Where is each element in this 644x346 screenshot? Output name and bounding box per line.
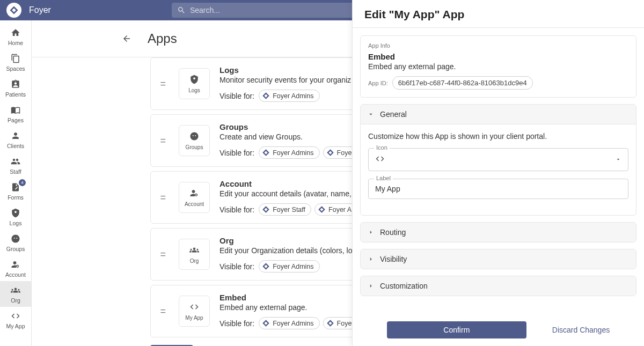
discard-button[interactable]: Discard Changes xyxy=(552,326,610,334)
app-icon-box: Account xyxy=(179,182,210,213)
section-general-toggle[interactable]: General xyxy=(361,105,636,124)
app-info-name: Embed xyxy=(368,52,628,61)
sidebar-item-label: Logs xyxy=(10,220,22,226)
sidebar-item-org[interactable]: Org xyxy=(0,281,31,307)
panel-title: Edit "My App" App xyxy=(353,0,644,28)
section-visibility-label: Visibility xyxy=(380,255,407,263)
sidebar-item-label: Forms xyxy=(8,194,24,201)
app-icon-box: Groups xyxy=(179,125,210,156)
visibility-chip[interactable]: Foyer Admins xyxy=(259,90,319,102)
label-field[interactable]: Label xyxy=(368,179,628,199)
section-general-body: Customize how this App is shown in your … xyxy=(361,124,636,215)
sidebar-item-label: My App xyxy=(6,323,25,329)
code-icon xyxy=(11,311,20,321)
home-icon xyxy=(11,28,20,38)
diamond-icon xyxy=(318,205,326,214)
app-icon-box: Logs xyxy=(179,68,210,99)
section-visibility-toggle[interactable]: Visibility xyxy=(361,249,636,269)
person-gear-icon xyxy=(11,260,20,269)
drag-handle-icon[interactable]: = xyxy=(160,79,166,89)
app-icon-label: Account xyxy=(185,201,204,207)
visible-for-label: Visible for: xyxy=(219,205,254,214)
section-visibility: Visibility xyxy=(360,249,636,269)
drag-handle-icon[interactable]: = xyxy=(160,136,166,145)
visibility-chip[interactable]: Foyer Admins xyxy=(259,260,319,273)
sidebar-item-label: Staff xyxy=(10,168,21,175)
drag-handle-icon[interactable]: = xyxy=(160,306,166,316)
sidebar-item-label: Org xyxy=(11,297,20,304)
person-icon xyxy=(11,131,20,141)
search-input[interactable] xyxy=(190,6,370,14)
sidebar-item-label: Pages xyxy=(8,117,24,123)
brand-title: Foyer xyxy=(29,5,51,15)
people-icon xyxy=(11,157,20,166)
app-icon-label: Groups xyxy=(186,144,203,150)
app-icon-box: My App xyxy=(179,296,210,327)
sidebar-item-spaces[interactable]: Spaces xyxy=(0,49,31,75)
brand-logo[interactable] xyxy=(6,3,21,18)
sidebar-item-staff[interactable]: Staff xyxy=(0,152,31,178)
chevron-down-icon xyxy=(367,111,375,118)
code-icon xyxy=(375,154,385,165)
sidebar-item-label: Spaces xyxy=(6,65,25,72)
app-icon-label: Org xyxy=(190,258,199,264)
app-icon-box: Org xyxy=(179,239,210,270)
sidebar-item-account[interactable]: Account xyxy=(0,255,31,281)
face-icon xyxy=(189,131,199,141)
panel-body: App Info Embed Embed any external page. … xyxy=(353,28,644,316)
visibility-chip[interactable]: Foyer A xyxy=(314,203,357,216)
section-general-hint: Customize how this App is shown in your … xyxy=(368,132,628,141)
visible-for-label: Visible for: xyxy=(219,319,254,328)
copy-icon xyxy=(11,54,20,63)
person-gear-icon xyxy=(189,188,199,198)
app-icon-label: Logs xyxy=(188,87,200,93)
visibility-chip[interactable]: Foyer Admins xyxy=(259,146,319,159)
search-container[interactable] xyxy=(172,3,376,18)
sidebar-item-pages[interactable]: Pages xyxy=(0,101,31,127)
icon-field[interactable]: Icon xyxy=(368,148,628,171)
sidebar-item-home[interactable]: Home xyxy=(0,24,31,49)
sidebar-item-groups[interactable]: Groups xyxy=(0,230,31,255)
back-button[interactable] xyxy=(122,34,131,43)
confirm-button[interactable]: Confirm xyxy=(387,321,526,338)
diamond-icon xyxy=(326,149,334,157)
visible-for-label: Visible for: xyxy=(219,262,254,271)
shield-icon xyxy=(189,75,199,84)
visible-for-label: Visible for: xyxy=(219,149,254,157)
sidebar-item-patients[interactable]: Patients xyxy=(0,75,31,101)
sidebar-item-forms[interactable]: Forms4 xyxy=(0,178,31,204)
app-info-desc: Embed any external page. xyxy=(368,62,628,71)
app-info-card: App Info Embed Embed any external page. … xyxy=(360,35,636,98)
diamond-icon xyxy=(262,319,270,327)
icon-field-label: Icon xyxy=(374,144,390,151)
visible-for-label: Visible for: xyxy=(219,92,254,100)
people-alt-icon xyxy=(189,245,199,255)
sidebar: HomeSpacesPatientsPagesClientsStaffForms… xyxy=(0,20,32,346)
chevron-right-icon xyxy=(367,229,375,236)
visibility-chip[interactable]: Foyer Staff xyxy=(259,203,311,216)
sidebar-item-logs[interactable]: Logs xyxy=(0,204,31,230)
section-general-label: General xyxy=(380,110,407,119)
label-input[interactable] xyxy=(375,185,621,193)
panel-footer: Confirm Discard Changes xyxy=(353,316,644,346)
sidebar-item-my-app[interactable]: My App xyxy=(0,307,31,333)
drag-handle-icon[interactable]: = xyxy=(160,193,166,202)
sidebar-item-label: Account xyxy=(5,271,26,278)
label-field-label: Label xyxy=(374,175,393,181)
book-icon xyxy=(11,105,20,115)
app-id-value[interactable]: 6b6f17eb-c687-44f0-862a-81063b1dc9e4 xyxy=(392,76,533,90)
badge-icon xyxy=(11,79,20,89)
sidebar-badge: 4 xyxy=(19,179,26,186)
visibility-chip[interactable]: Foyer Admins xyxy=(259,317,319,329)
section-customization-toggle[interactable]: Customization xyxy=(361,276,636,296)
section-routing-toggle[interactable]: Routing xyxy=(361,223,636,242)
app-info-heading: App Info xyxy=(368,42,628,49)
section-routing-label: Routing xyxy=(380,228,406,237)
section-general: General Customize how this App is shown … xyxy=(360,104,636,216)
sidebar-item-label: Patients xyxy=(5,91,26,98)
sidebar-item-clients[interactable]: Clients xyxy=(0,127,31,152)
section-customization: Customization xyxy=(360,276,636,296)
face-icon xyxy=(11,234,20,244)
diamond-icon xyxy=(326,319,334,327)
drag-handle-icon[interactable]: = xyxy=(160,249,166,259)
